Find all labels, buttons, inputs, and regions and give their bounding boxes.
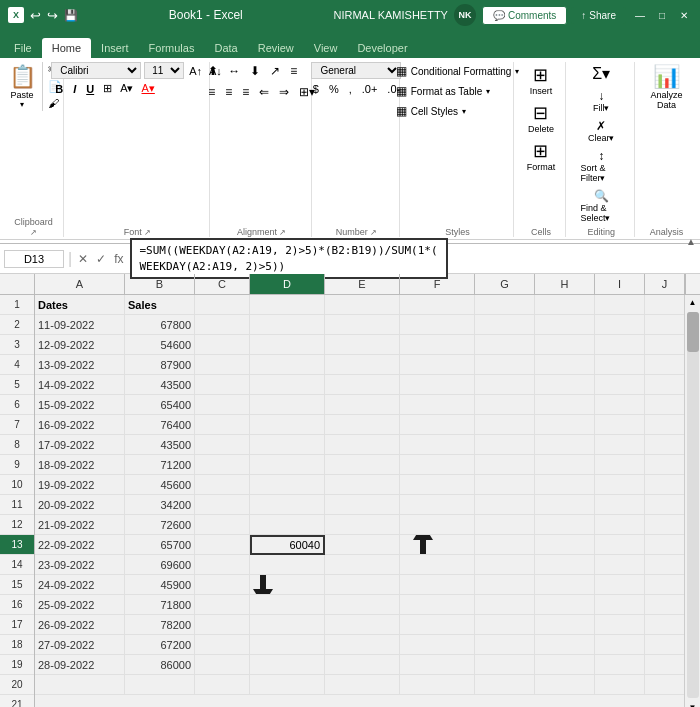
cell-h7[interactable] — [535, 415, 595, 435]
cell-a14[interactable]: 23-09-2022 — [35, 555, 125, 575]
cell-i20[interactable] — [595, 675, 645, 695]
paste-button[interactable]: 📋 Paste ▾ — [3, 62, 43, 111]
underline-button[interactable]: U — [82, 81, 98, 96]
cell-j18[interactable] — [645, 635, 684, 655]
cell-j2[interactable] — [645, 315, 684, 335]
sort-filter-button[interactable]: ↕ Sort & Filter▾ — [574, 147, 628, 185]
cell-j14[interactable] — [645, 555, 684, 575]
wrap-text-button[interactable]: ≡ — [286, 62, 301, 80]
cell-f19[interactable] — [400, 655, 475, 675]
row-num-5[interactable]: 5 — [0, 375, 34, 395]
cell-d12[interactable] — [250, 515, 325, 535]
align-bottom-button[interactable]: ⬇ — [246, 62, 264, 80]
cell-f17[interactable] — [400, 615, 475, 635]
cell-j7[interactable] — [645, 415, 684, 435]
cell-a6[interactable]: 15-09-2022 — [35, 395, 125, 415]
fill-button[interactable]: ↓ Fill▾ — [587, 87, 616, 115]
cell-b18[interactable]: 67200 — [125, 635, 195, 655]
cell-h8[interactable] — [535, 435, 595, 455]
cell-e4[interactable] — [325, 355, 400, 375]
cell-g4[interactable] — [475, 355, 535, 375]
scroll-up-button[interactable]: ▲ — [689, 295, 697, 310]
align-middle-button[interactable]: ↔ — [224, 62, 244, 80]
cell-e19[interactable] — [325, 655, 400, 675]
cell-c15[interactable] — [195, 575, 250, 595]
cell-b6[interactable]: 65400 — [125, 395, 195, 415]
cell-f15[interactable] — [400, 575, 475, 595]
cell-a7[interactable]: 16-09-2022 — [35, 415, 125, 435]
cell-b5[interactable]: 43500 — [125, 375, 195, 395]
cell-a19[interactable]: 28-09-2022 — [35, 655, 125, 675]
cell-h15[interactable] — [535, 575, 595, 595]
scroll-thumb[interactable] — [687, 312, 699, 352]
tab-insert[interactable]: Insert — [91, 38, 139, 58]
autosave-toggle[interactable]: 💾 — [64, 9, 78, 22]
cell-e10[interactable] — [325, 475, 400, 495]
cell-d18[interactable] — [250, 635, 325, 655]
cell-d5[interactable] — [250, 375, 325, 395]
cell-b1[interactable]: Sales — [125, 295, 195, 315]
font-name-select[interactable]: Calibri — [51, 62, 141, 79]
redo-button[interactable]: ↪ — [47, 8, 58, 23]
cell-g14[interactable] — [475, 555, 535, 575]
cell-h2[interactable] — [535, 315, 595, 335]
tab-file[interactable]: File — [4, 38, 42, 58]
cell-d9[interactable] — [250, 455, 325, 475]
cell-c5[interactable] — [195, 375, 250, 395]
cell-e7[interactable] — [325, 415, 400, 435]
cell-j16[interactable] — [645, 595, 684, 615]
cell-i4[interactable] — [595, 355, 645, 375]
cell-d15[interactable] — [250, 575, 325, 595]
format-cells-button[interactable]: ⊞ Format — [521, 138, 562, 174]
right-align-button[interactable]: ≡ — [238, 83, 253, 101]
alignment-expand-icon[interactable]: ↗ — [279, 228, 286, 237]
cell-j1[interactable] — [645, 295, 684, 315]
cell-g1[interactable] — [475, 295, 535, 315]
cell-a10[interactable]: 19-09-2022 — [35, 475, 125, 495]
cell-e20[interactable] — [325, 675, 400, 695]
cell-b7[interactable]: 76400 — [125, 415, 195, 435]
cell-b4[interactable]: 87900 — [125, 355, 195, 375]
cell-e13[interactable] — [325, 535, 400, 555]
cell-g20[interactable] — [475, 675, 535, 695]
cell-g6[interactable] — [475, 395, 535, 415]
number-format-select[interactable]: General — [311, 62, 401, 79]
cell-h11[interactable] — [535, 495, 595, 515]
cell-b10[interactable]: 45600 — [125, 475, 195, 495]
cell-d17[interactable] — [250, 615, 325, 635]
cell-e2[interactable] — [325, 315, 400, 335]
scroll-track[interactable] — [687, 312, 699, 698]
cell-b13[interactable]: 65700 — [125, 535, 195, 555]
cell-a18[interactable]: 27-09-2022 — [35, 635, 125, 655]
cell-c20[interactable] — [195, 675, 250, 695]
cell-e17[interactable] — [325, 615, 400, 635]
cell-f14[interactable] — [400, 555, 475, 575]
cell-j13[interactable] — [645, 535, 684, 555]
cell-f9[interactable] — [400, 455, 475, 475]
cell-i7[interactable] — [595, 415, 645, 435]
cell-g13[interactable] — [475, 535, 535, 555]
cell-c16[interactable] — [195, 595, 250, 615]
cell-i6[interactable] — [595, 395, 645, 415]
ribbon-collapse-button[interactable]: ▲ — [686, 236, 696, 247]
cell-i2[interactable] — [595, 315, 645, 335]
cell-i16[interactable] — [595, 595, 645, 615]
insert-cells-button[interactable]: ⊞ Insert — [524, 62, 559, 98]
percent-button[interactable]: % — [325, 81, 343, 97]
cell-e6[interactable] — [325, 395, 400, 415]
cell-i10[interactable] — [595, 475, 645, 495]
conditional-formatting-button[interactable]: ▦ Conditional Formatting ▾ — [392, 62, 524, 80]
cell-f8[interactable] — [400, 435, 475, 455]
cell-c4[interactable] — [195, 355, 250, 375]
find-select-button[interactable]: 🔍 Find & Select▾ — [574, 187, 628, 225]
row-num-4[interactable]: 4 — [0, 355, 34, 375]
cell-c14[interactable] — [195, 555, 250, 575]
close-button[interactable]: ✕ — [676, 7, 692, 23]
cell-c19[interactable] — [195, 655, 250, 675]
row-num-6[interactable]: 6 — [0, 395, 34, 415]
row-num-2[interactable]: 2 — [0, 315, 34, 335]
row-num-7[interactable]: 7 — [0, 415, 34, 435]
cell-h9[interactable] — [535, 455, 595, 475]
cell-c1[interactable] — [195, 295, 250, 315]
increase-font-button[interactable]: A↑ — [187, 64, 204, 78]
